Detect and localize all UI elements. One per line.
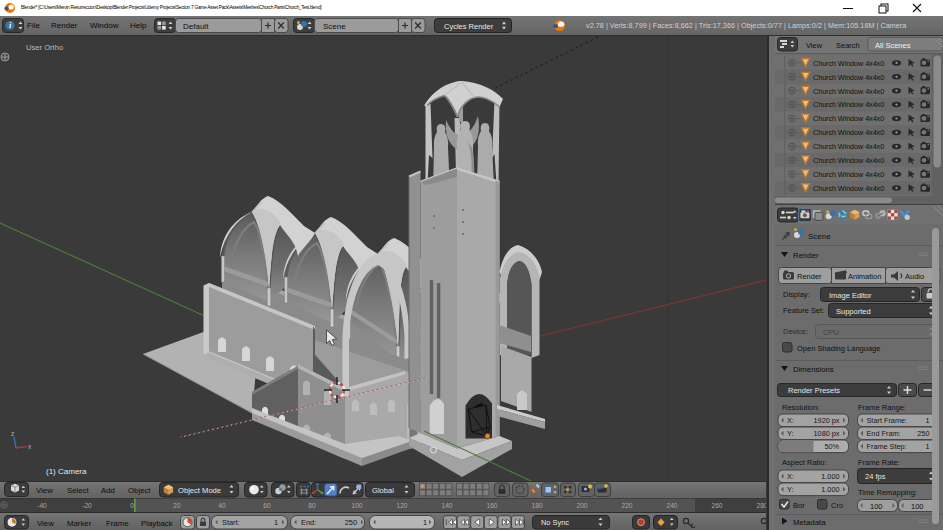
svg-text:Open Shading Language: Open Shading Language [797,344,880,353]
svg-text:Animation: Animation [848,272,881,281]
svg-text:140: 140 [441,502,452,509]
svg-text:All Scenes: All Scenes [875,41,911,50]
svg-text:Time Remapping:: Time Remapping: [858,488,917,497]
svg-text:1: 1 [274,518,278,527]
svg-text:60: 60 [263,502,271,509]
svg-text:50%: 50% [824,442,839,451]
svg-text:Supported: Supported [836,307,871,316]
svg-text:Church Window 4x4x0: Church Window 4x4x0 [813,114,884,123]
svg-text:Church Window 4x4x0: Church Window 4x4x0 [813,87,884,96]
svg-text:Church Window 4x4x0: Church Window 4x4x0 [813,142,884,151]
svg-text:X:: X: [787,472,794,481]
svg-text:220: 220 [621,502,632,509]
svg-text:View: View [37,519,54,528]
svg-text:Start Frame:: Start Frame: [867,416,908,425]
svg-text:1: 1 [423,518,427,527]
svg-text:1920 px: 1920 px [814,416,840,425]
svg-text:No Sync: No Sync [541,518,569,527]
svg-text:Aspect Ratio:: Aspect Ratio: [782,458,827,467]
svg-text:Church Window 4x4x0: Church Window 4x4x0 [813,128,884,137]
svg-text:Cro: Cro [831,501,843,510]
svg-text:180: 180 [531,502,542,509]
svg-text:Church Window 4x4x0: Church Window 4x4x0 [813,59,884,68]
svg-text:100: 100 [870,502,883,511]
svg-text:Frame Range:: Frame Range: [858,403,906,412]
svg-text:Device:: Device: [783,327,808,336]
svg-text:Display:: Display: [783,290,810,299]
svg-text:-40: -40 [37,502,47,509]
svg-text:100: 100 [351,502,362,509]
svg-text:Marker: Marker [67,519,92,528]
svg-text:Object Mode: Object Mode [178,486,221,495]
svg-text:Render: Render [797,272,822,281]
svg-text:End:: End: [301,518,316,527]
svg-text:Y:: Y: [787,429,794,438]
svg-text:Playback: Playback [141,519,173,528]
svg-text:User Ortho: User Ortho [26,43,63,52]
svg-text:Search: Search [836,41,860,50]
svg-text:Resolution:: Resolution: [782,403,820,412]
svg-text:View: View [806,41,823,50]
svg-text:Frame: Frame [106,519,129,528]
svg-text:Church Window 4x4x0: Church Window 4x4x0 [813,156,884,165]
svg-text:Dimensions: Dimensions [793,365,834,374]
svg-text:Image Editor: Image Editor [829,291,872,300]
svg-text:1: 1 [925,416,929,425]
svg-text:260: 260 [711,502,722,509]
svg-text:1.000: 1.000 [821,485,839,494]
svg-text:View: View [36,486,53,495]
svg-text:100: 100 [911,502,924,511]
svg-text:Add: Add [101,486,115,495]
svg-text:Frame Rate:: Frame Rate: [858,458,900,467]
svg-text:Global: Global [372,486,394,495]
svg-text:Metadata: Metadata [793,518,826,527]
svg-text:20: 20 [173,502,181,509]
svg-text:-20: -20 [82,502,92,509]
svg-text:40: 40 [218,502,226,509]
svg-text:Scene: Scene [323,22,346,31]
svg-text:80: 80 [308,502,316,509]
svg-text:Render Presets: Render Presets [788,386,840,395]
svg-text:0: 0 [130,502,134,509]
svg-text:Church Window 4x4x0: Church Window 4x4x0 [813,73,884,82]
svg-text:Select: Select [67,486,90,495]
svg-text:Scene: Scene [808,232,831,241]
svg-text:Church Window 4x4x0: Church Window 4x4x0 [813,184,884,193]
svg-text:240: 240 [666,502,677,509]
svg-text:End Fram:: End Fram: [867,429,901,438]
svg-text:1.000: 1.000 [821,472,839,481]
svg-text:24 fps: 24 fps [865,472,886,481]
svg-text:Object: Object [128,486,151,495]
svg-text:1080 px: 1080 px [814,429,840,438]
svg-text:Bor: Bor [793,501,805,510]
svg-text:Cycles Render: Cycles Render [444,22,494,31]
svg-text:Default: Default [183,22,209,31]
svg-text:Start:: Start: [222,518,240,527]
svg-text:Church Window 4x4x0: Church Window 4x4x0 [813,170,884,179]
svg-text:Render: Render [793,251,819,260]
svg-text:Frame Step:: Frame Step: [867,442,907,451]
svg-text:160: 160 [486,502,497,509]
svg-text:250: 250 [917,429,929,438]
svg-text:250: 250 [345,518,357,527]
svg-text:Audio: Audio [905,272,924,281]
svg-text:120: 120 [396,502,407,509]
svg-text:200: 200 [576,502,587,509]
svg-text:Church Window 4x4x0: Church Window 4x4x0 [813,100,884,109]
svg-text:(1) Camera: (1) Camera [46,467,87,476]
svg-text:1: 1 [925,442,929,451]
svg-text:z: z [11,430,14,437]
svg-text:280: 280 [756,502,766,509]
svg-text:Feature Set:: Feature Set: [783,306,824,315]
svg-text:X:: X: [787,416,794,425]
svg-text:CPU: CPU [823,328,839,337]
svg-text:Y:: Y: [787,485,794,494]
